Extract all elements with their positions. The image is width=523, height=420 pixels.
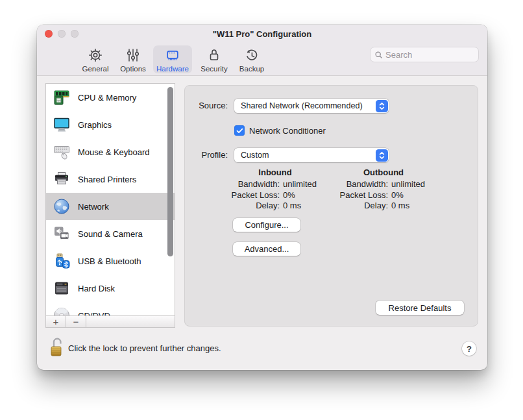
stat-label: Bandwidth: <box>328 179 388 189</box>
sidebar-item-label: Hard Disk <box>78 284 115 293</box>
hardware-sidebar: cpu CPU & Memory Graphics <box>45 83 175 328</box>
help-button[interactable]: ? <box>462 341 476 356</box>
usb-bluetooth-icon <box>53 252 71 270</box>
stat-value: 0 ms <box>391 201 439 210</box>
toolbar-tab-general[interactable]: General <box>80 45 111 73</box>
popup-chevrons-icon <box>376 149 388 162</box>
toolbar-tab-security[interactable]: Security <box>197 45 231 73</box>
profile-label: Profile: <box>185 150 228 160</box>
sidebar-item-label: Sound & Camera <box>78 229 143 239</box>
source-popup-button[interactable]: Shared Network (Recommended) <box>234 99 389 113</box>
hard-disk-icon <box>53 279 71 297</box>
sidebar-item-network[interactable]: Network <box>46 193 175 220</box>
stat-label: Bandwidth: <box>220 179 280 189</box>
network-settings-panel: Source: Shared Network (Recommended) Net… <box>184 85 478 327</box>
sidebar-action-bar: + − <box>46 315 175 327</box>
network-conditioner-label: Network Conditioner <box>249 126 326 136</box>
sidebar-item-mouse-keyboard[interactable]: Mouse & Keyboard <box>46 138 175 166</box>
unlocked-padlock-icon[interactable] <box>49 336 66 360</box>
window-title: "W11 Pro" Configuration <box>37 29 487 39</box>
cd-disc-icon <box>53 306 71 315</box>
network-conditioner-row: Network Conditioner <box>234 125 326 136</box>
time-machine-icon <box>243 47 260 64</box>
configuration-window: "W11 Pro" Configuration General <box>37 25 487 370</box>
printer-icon <box>53 170 71 188</box>
toolbar-tab-label: Security <box>201 65 228 73</box>
sidebar-item-label: CPU & Memory <box>78 93 136 103</box>
stat-label: Packet Loss: <box>328 190 388 200</box>
inbound-stats: Inbound Bandwidth: unlimited Packet Loss… <box>220 167 330 210</box>
sidebar-item-label: Network <box>78 202 109 212</box>
outbound-title: Outbound <box>328 167 439 177</box>
stat-value: 0% <box>283 190 330 200</box>
toolbar-tab-backup[interactable]: Backup <box>236 45 267 73</box>
toolbar-tab-options[interactable]: Options <box>117 45 149 73</box>
sidebar-item-label: Mouse & Keyboard <box>78 147 150 157</box>
desktop-background: "W11 Pro" Configuration General <box>0 0 523 420</box>
ram-chip-icon: cpu <box>53 88 71 106</box>
keyboard-mouse-icon <box>53 143 71 161</box>
lock-icon <box>206 47 223 64</box>
sidebar-item-hard-disk[interactable]: Hard Disk <box>46 275 175 302</box>
toolbar-tab-label: Options <box>120 65 146 73</box>
sidebar-scrollbar[interactable] <box>167 87 173 256</box>
stat-value: unlimited <box>391 179 439 189</box>
window-chrome: "W11 Pro" Configuration General <box>37 25 487 76</box>
toolbar: General Options <box>37 43 487 76</box>
stat-value: 0 ms <box>283 201 330 210</box>
stat-label: Packet Loss: <box>220 190 280 200</box>
hardware-list: cpu CPU & Memory Graphics <box>46 84 175 315</box>
toolbar-tab-hardware[interactable]: Hardware <box>153 45 192 73</box>
sidebar-item-graphics[interactable]: Graphics <box>46 111 175 138</box>
source-label: Source: <box>185 101 228 110</box>
network-conditioner-checkbox[interactable] <box>234 125 245 136</box>
sidebar-item-usb-bluetooth[interactable]: USB & Bluetooth <box>46 247 175 275</box>
sidebar-item-label: CD/DVD <box>78 311 110 316</box>
sidebar-item-sound-camera[interactable]: Sound & Camera <box>46 220 175 247</box>
restore-defaults-button[interactable]: Restore Defaults <box>376 301 464 315</box>
profile-popup-button[interactable]: Custom <box>234 148 389 162</box>
gear-icon <box>87 47 104 64</box>
sidebar-item-shared-printers[interactable]: Shared Printers <box>46 166 175 193</box>
sidebar-item-cd-dvd[interactable]: CD/DVD <box>46 302 175 315</box>
titlebar[interactable]: "W11 Pro" Configuration <box>37 25 487 43</box>
chip-icon <box>164 47 181 64</box>
profile-value: Custom <box>241 151 269 160</box>
sidebar-item-label: USB & Bluetooth <box>78 256 141 266</box>
monitor-icon <box>53 116 71 134</box>
inbound-title: Inbound <box>220 167 330 177</box>
sliders-icon <box>125 47 141 64</box>
sidebar-item-cpu-memory[interactable]: cpu CPU & Memory <box>46 84 175 111</box>
sidebar-item-label: Shared Printers <box>78 175 136 184</box>
toolbar-tab-label: Backup <box>239 65 264 73</box>
globe-icon <box>53 197 71 216</box>
stat-label: Delay: <box>220 201 280 210</box>
stat-value: unlimited <box>283 179 330 189</box>
sidebar-item-label: Graphics <box>78 120 112 130</box>
toolbar-tab-label: General <box>82 65 109 73</box>
outbound-stats: Outbound Bandwidth: unlimited Packet Los… <box>328 167 439 210</box>
advanced-button[interactable]: Advanced... <box>233 242 300 256</box>
speaker-camera-icon <box>53 225 71 243</box>
search-input[interactable] <box>385 50 470 60</box>
svg-text:cpu: cpu <box>57 99 61 102</box>
lock-hint-text: Click the lock to prevent further change… <box>68 343 221 353</box>
search-icon <box>374 51 383 59</box>
toolbar-tab-label: Hardware <box>156 65 189 73</box>
add-device-button[interactable]: + <box>46 316 66 327</box>
source-value: Shared Network (Recommended) <box>241 101 363 110</box>
configure-button[interactable]: Configure... <box>233 218 300 232</box>
remove-device-button[interactable]: − <box>66 316 86 327</box>
search-field[interactable] <box>370 47 479 62</box>
stat-value: 0% <box>391 190 439 200</box>
stat-label: Delay: <box>328 201 388 210</box>
popup-chevrons-icon <box>376 100 388 112</box>
